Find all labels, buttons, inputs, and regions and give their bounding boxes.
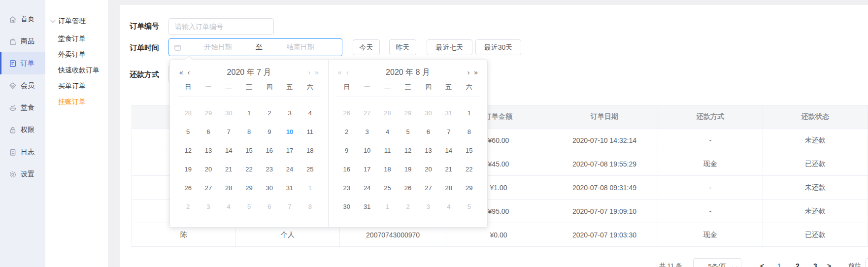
submenu-group-order-management[interactable]: 订单管理: [45, 11, 108, 31]
calendar-day[interactable]: 31: [279, 179, 300, 198]
calendar-day[interactable]: 26: [178, 179, 198, 198]
calendar-day[interactable]: 4: [377, 123, 398, 141]
calendar-day[interactable]: 16: [259, 141, 279, 160]
calendar-day[interactable]: 29: [398, 104, 418, 123]
calendar-day[interactable]: 19: [178, 160, 198, 179]
calendar-day[interactable]: 4: [219, 198, 239, 216]
calendar-day[interactable]: 26: [336, 104, 357, 123]
calendar-day[interactable]: 14: [438, 141, 459, 160]
calendar-day[interactable]: 4: [438, 198, 459, 216]
calendar-day[interactable]: 23: [259, 160, 279, 179]
calendar-day[interactable]: 17: [279, 141, 300, 160]
calendar-day[interactable]: 6: [259, 198, 279, 216]
calendar-day[interactable]: 12: [178, 141, 198, 160]
quick-range-button-0[interactable]: 今天: [353, 39, 380, 55]
calendar-day[interactable]: 1: [300, 179, 320, 198]
calendar-day[interactable]: 1: [377, 198, 398, 216]
next-month-arrow-icon[interactable]: ›: [306, 66, 313, 79]
sidebar-item-members[interactable]: 会员: [0, 74, 45, 97]
calendar-day[interactable]: 10: [357, 141, 377, 160]
calendar-day[interactable]: 25: [377, 179, 398, 198]
calendar-day[interactable]: 2: [398, 198, 418, 216]
sidebar-item-settings[interactable]: 设置: [0, 163, 45, 185]
next-month-arrow-icon[interactable]: ›: [465, 66, 472, 79]
calendar-day[interactable]: 27: [357, 104, 377, 123]
calendar-day[interactable]: 20: [198, 160, 218, 179]
calendar-day[interactable]: 1: [239, 104, 259, 123]
calendar-day[interactable]: 27: [198, 179, 218, 198]
calendar-day[interactable]: 16: [336, 160, 357, 179]
calendar-day[interactable]: 24: [279, 160, 300, 179]
calendar-day[interactable]: 3: [357, 123, 377, 141]
calendar-day[interactable]: 15: [239, 141, 259, 160]
calendar-day[interactable]: 13: [198, 141, 218, 160]
submenu-item-paybill-orders[interactable]: 买单订单: [45, 78, 108, 94]
calendar-day[interactable]: 30: [259, 179, 279, 198]
calendar-day[interactable]: 31: [357, 198, 377, 216]
calendar-day[interactable]: 11: [377, 141, 398, 160]
page-number-2[interactable]: 2: [791, 258, 804, 267]
calendar-day[interactable]: 18: [300, 141, 320, 160]
sidebar-item-logs[interactable]: 日志: [0, 141, 45, 163]
calendar-day[interactable]: 21: [438, 160, 459, 179]
calendar-day[interactable]: 1: [459, 104, 479, 123]
prev-month-arrow-icon[interactable]: ‹: [185, 66, 192, 79]
sidebar-item-goods[interactable]: 商品: [0, 30, 45, 52]
calendar-day[interactable]: 21: [219, 160, 239, 179]
calendar-day[interactable]: 22: [459, 160, 479, 179]
submenu-item-quick-payment-orders[interactable]: 快速收款订单: [45, 62, 108, 78]
calendar-day[interactable]: 22: [239, 160, 259, 179]
calendar-day[interactable]: 18: [377, 160, 398, 179]
calendar-day[interactable]: 6: [418, 123, 438, 141]
calendar-day[interactable]: 29: [239, 179, 259, 198]
calendar-day[interactable]: 2: [178, 198, 198, 216]
quick-range-button-3[interactable]: 最近30天: [475, 39, 521, 55]
page-number-1[interactable]: 1: [772, 258, 786, 267]
calendar-day-today[interactable]: 10: [279, 123, 300, 141]
calendar-day[interactable]: 5: [459, 198, 479, 216]
submenu-item-credit-orders[interactable]: 挂账订单: [45, 94, 108, 109]
calendar-day[interactable]: 31: [438, 104, 459, 123]
calendar-day[interactable]: 7: [219, 123, 239, 141]
calendar-day[interactable]: 5: [239, 198, 259, 216]
calendar-day[interactable]: 5: [398, 123, 418, 141]
calendar-day[interactable]: 11: [300, 123, 320, 141]
calendar-day[interactable]: 28: [178, 104, 198, 123]
calendar-day[interactable]: 28: [377, 104, 398, 123]
quick-range-button-2[interactable]: 最近七天: [427, 39, 472, 55]
prev-page-button[interactable]: <: [756, 258, 768, 267]
calendar-day[interactable]: 27: [418, 179, 438, 198]
calendar-day[interactable]: 30: [418, 104, 438, 123]
calendar-day[interactable]: 6: [198, 123, 218, 141]
calendar-day[interactable]: 14: [219, 141, 239, 160]
sidebar-item-orders[interactable]: 订单: [0, 52, 45, 74]
sidebar-item-permissions[interactable]: 权限: [0, 119, 45, 141]
calendar-day[interactable]: 28: [219, 179, 239, 198]
prev-month-arrow-icon[interactable]: ‹: [344, 66, 351, 79]
calendar-day[interactable]: 3: [418, 198, 438, 216]
calendar-day[interactable]: 5: [178, 123, 198, 141]
submenu-item-takeout-orders[interactable]: 外卖订单: [45, 46, 108, 62]
calendar-day[interactable]: 8: [459, 123, 479, 141]
calendar-day[interactable]: 9: [336, 141, 357, 160]
pagination-page-input[interactable]: [866, 258, 868, 267]
next-year-arrow-icon[interactable]: »: [313, 66, 320, 79]
sidebar-item-dine[interactable]: 堂食: [0, 97, 45, 119]
calendar-day[interactable]: 19: [398, 160, 418, 179]
order-time-range-input[interactable]: 开始日期 至 结束日期: [168, 38, 342, 56]
calendar-day[interactable]: 3: [198, 198, 218, 216]
calendar-day[interactable]: 24: [357, 179, 377, 198]
page-number-3[interactable]: 3: [808, 258, 822, 267]
calendar-day[interactable]: 4: [300, 104, 320, 123]
quick-range-button-1[interactable]: 昨天: [389, 39, 416, 55]
page-size-select[interactable]: 5条/页: [693, 258, 741, 267]
calendar-day[interactable]: 30: [219, 104, 239, 123]
prev-year-arrow-icon[interactable]: «: [178, 66, 185, 79]
calendar-day[interactable]: 20: [418, 160, 438, 179]
calendar-day[interactable]: 29: [459, 179, 479, 198]
prev-year-arrow-icon[interactable]: «: [336, 66, 343, 79]
calendar-day[interactable]: 12: [398, 141, 418, 160]
calendar-day[interactable]: 28: [438, 179, 459, 198]
sidebar-item-home[interactable]: 首页: [0, 8, 45, 30]
calendar-day[interactable]: 15: [459, 141, 479, 160]
